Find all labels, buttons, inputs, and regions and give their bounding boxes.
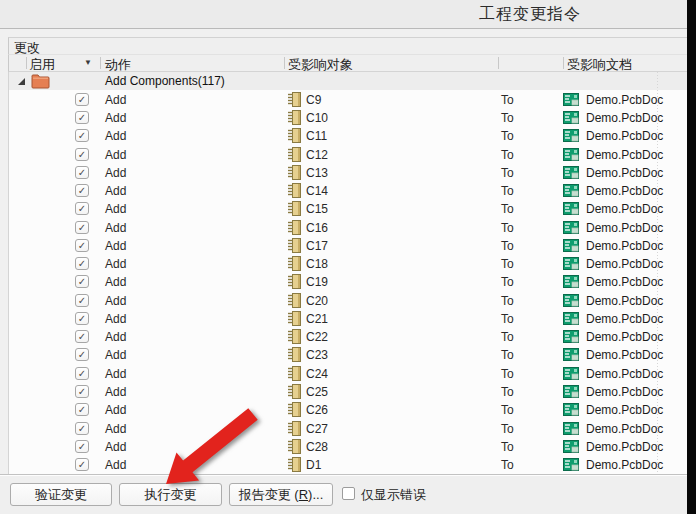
group-row-add-components[interactable]: Add Components(117) <box>9 72 687 90</box>
row-document-label: Demo.PcbDoc <box>586 385 663 399</box>
component-icon <box>288 384 301 399</box>
table-row[interactable]: ✓ Add C10 To Demo.PcbDoc <box>9 109 687 127</box>
row-enabled-checkbox[interactable]: ✓ <box>75 348 89 361</box>
row-document-label: Demo.PcbDoc <box>586 184 663 198</box>
row-action-label: Add <box>105 166 126 180</box>
component-icon <box>288 183 301 198</box>
component-icon <box>288 293 301 308</box>
row-enabled-checkbox[interactable]: ✓ <box>75 294 89 307</box>
row-enabled-checkbox[interactable]: ✓ <box>75 458 89 471</box>
row-action-label: Add <box>105 93 126 107</box>
table-row[interactable]: ✓ Add C27 To Demo.PcbDoc <box>9 419 687 437</box>
pcb-document-icon <box>563 221 579 234</box>
change-list: Add Components(117) ✓ Add C9 To <box>8 72 687 474</box>
pcb-document-icon <box>563 202 579 215</box>
table-row[interactable]: ✓ Add C15 To Demo.PcbDoc <box>9 200 687 218</box>
report-changes-button[interactable]: 报告变更 (R)... <box>229 483 333 506</box>
table-row[interactable]: ✓ Add C21 To Demo.PcbDoc <box>9 309 687 327</box>
row-enabled-checkbox[interactable]: ✓ <box>75 221 89 234</box>
row-enabled-checkbox[interactable]: ✓ <box>75 312 89 325</box>
table-row[interactable]: ✓ Add C20 To Demo.PcbDoc <box>9 291 687 309</box>
table-row[interactable]: ✓ Add D1 To Demo.PcbDoc <box>9 456 687 474</box>
table-row[interactable]: ✓ Add C25 To Demo.PcbDoc <box>9 383 687 401</box>
row-enabled-checkbox[interactable]: ✓ <box>75 184 89 197</box>
row-enabled-checkbox[interactable]: ✓ <box>75 129 89 142</box>
table-row[interactable]: ✓ Add C28 To Demo.PcbDoc <box>9 437 687 455</box>
component-icon <box>288 201 301 216</box>
table-row[interactable]: ✓ Add C24 To Demo.PcbDoc <box>9 364 687 382</box>
row-enabled-checkbox[interactable]: ✓ <box>75 440 89 453</box>
footer-bar: 验证变更 执行变更 报告变更 (R)... 仅显示错误 <box>0 476 696 514</box>
table-row[interactable]: ✓ Add C11 To Demo.PcbDoc <box>9 127 687 145</box>
row-to-label: To <box>501 294 514 308</box>
column-separator <box>498 57 499 69</box>
table-row[interactable]: ✓ Add C18 To Demo.PcbDoc <box>9 255 687 273</box>
row-document-label: Demo.PcbDoc <box>586 330 663 344</box>
row-enabled-checkbox[interactable]: ✓ <box>75 148 89 161</box>
validate-changes-button[interactable]: 验证变更 <box>10 483 112 506</box>
table-row[interactable]: ✓ Add C26 To Demo.PcbDoc <box>9 401 687 419</box>
row-enabled-checkbox[interactable]: ✓ <box>75 166 89 179</box>
row-document-label: Demo.PcbDoc <box>586 129 663 143</box>
pcb-document-icon <box>563 385 579 398</box>
tree-expander-icon[interactable] <box>18 78 25 85</box>
row-action-label: Add <box>105 239 126 253</box>
row-to-label: To <box>501 330 514 344</box>
column-separator <box>100 57 101 69</box>
row-object-label: C28 <box>306 440 328 454</box>
row-enabled-checkbox[interactable]: ✓ <box>75 202 89 215</box>
row-enabled-checkbox[interactable]: ✓ <box>75 257 89 270</box>
row-enabled-checkbox[interactable]: ✓ <box>75 403 89 416</box>
row-document-label: Demo.PcbDoc <box>586 422 663 436</box>
row-to-label: To <box>501 367 514 381</box>
execute-changes-button[interactable]: 执行变更 <box>119 483 222 506</box>
column-separator <box>563 57 564 69</box>
table-row[interactable]: ✓ Add C22 To Demo.PcbDoc <box>9 328 687 346</box>
table-row[interactable]: ✓ Add C14 To Demo.PcbDoc <box>9 182 687 200</box>
row-enabled-checkbox[interactable]: ✓ <box>75 275 89 288</box>
component-icon <box>288 147 301 162</box>
row-to-label: To <box>501 184 514 198</box>
row-action-label: Add <box>105 111 126 125</box>
pcb-document-icon <box>563 257 579 270</box>
folder-icon <box>31 74 50 89</box>
component-icon <box>288 311 301 326</box>
row-action-label: Add <box>105 294 126 308</box>
row-action-label: Add <box>105 385 126 399</box>
filter-dropdown-icon[interactable]: ▼ <box>84 58 92 67</box>
row-object-label: C10 <box>306 111 328 125</box>
row-action-label: Add <box>105 148 126 162</box>
row-enabled-checkbox[interactable]: ✓ <box>75 93 89 106</box>
row-to-label: To <box>501 257 514 271</box>
row-enabled-checkbox[interactable]: ✓ <box>75 422 89 435</box>
table-row[interactable]: ✓ Add C13 To Demo.PcbDoc <box>9 163 687 181</box>
row-enabled-checkbox[interactable]: ✓ <box>75 330 89 343</box>
component-icon <box>288 347 301 362</box>
row-enabled-checkbox[interactable]: ✓ <box>75 239 89 252</box>
dialog-titlebar: 工程变更指令 <box>0 0 696 29</box>
table-row[interactable]: ✓ Add C17 To Demo.PcbDoc <box>9 236 687 254</box>
row-enabled-checkbox[interactable]: ✓ <box>75 385 89 398</box>
only-show-errors-checkbox[interactable] <box>342 487 355 500</box>
table-row[interactable]: ✓ Add C12 To Demo.PcbDoc <box>9 145 687 163</box>
table-row[interactable]: ✓ Add C16 To Demo.PcbDoc <box>9 218 687 236</box>
group-row-label: Add Components(117) <box>105 74 225 88</box>
row-to-label: To <box>501 129 514 143</box>
table-row[interactable]: ✓ Add C9 To Demo.PcbDoc <box>9 90 687 108</box>
row-object-label: C26 <box>306 403 328 417</box>
row-enabled-checkbox[interactable]: ✓ <box>75 367 89 380</box>
component-icon <box>288 92 301 107</box>
row-action-label: Add <box>105 184 126 198</box>
row-action-label: Add <box>105 403 126 417</box>
component-icon <box>288 256 301 271</box>
component-icon <box>288 110 301 125</box>
row-object-label: C17 <box>306 239 328 253</box>
table-rows: ✓ Add C9 To Demo.PcbDoc <box>9 90 687 474</box>
row-enabled-checkbox[interactable]: ✓ <box>75 111 89 124</box>
row-to-label: To <box>501 202 514 216</box>
table-row[interactable]: ✓ Add C19 To Demo.PcbDoc <box>9 273 687 291</box>
report-label-suffix: )... <box>308 487 323 502</box>
changes-group-header: 更改 <box>8 37 687 55</box>
pcb-document-icon <box>563 312 579 325</box>
table-row[interactable]: ✓ Add C23 To Demo.PcbDoc <box>9 346 687 364</box>
